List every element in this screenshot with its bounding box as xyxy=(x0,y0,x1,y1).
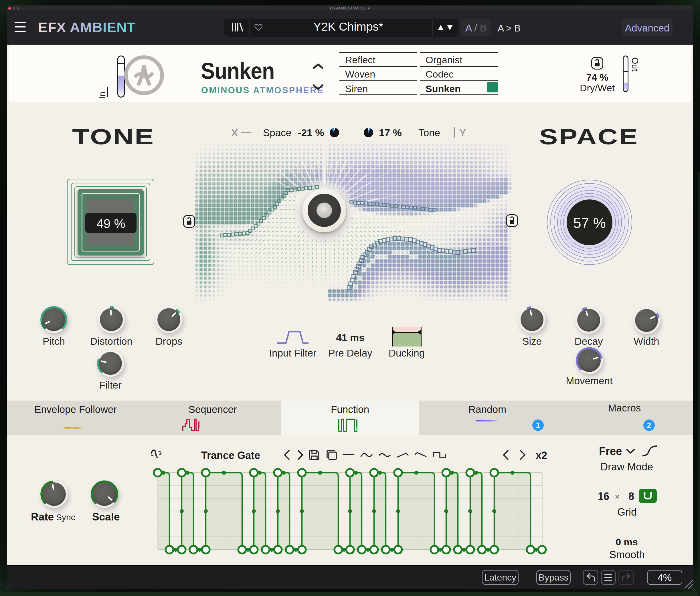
svg-text:In: In xyxy=(97,92,107,99)
svg-text:Out: Out xyxy=(630,57,640,72)
